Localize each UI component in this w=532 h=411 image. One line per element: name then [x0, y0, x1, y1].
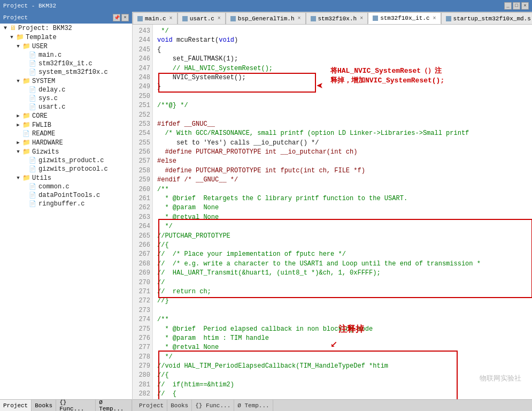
sidebar-tabs[interactable]: Project Books {} Func... Ø Temp... — [0, 399, 132, 411]
tree-item-sys-c[interactable]: 📄sys.c — [0, 94, 132, 103]
tab-close-stm32f10x-it-c[interactable]: × — [433, 16, 436, 21]
code-line-245: { — [157, 45, 528, 55]
code-line-267: // /* Place your implementation of fputc… — [157, 250, 528, 259]
line-num-280: 280 — [137, 371, 150, 380]
status-project[interactable]: Project — [136, 400, 167, 411]
tab-main-c[interactable]: main.c × — [133, 12, 178, 24]
line-num-256: 256 — [137, 148, 150, 157]
sidebar-header: Project 📌 × — [0, 12, 132, 24]
code-line-272: //} — [157, 296, 528, 306]
tab-bsp-h[interactable]: bsp_GeneralTim.h × — [226, 12, 306, 24]
sidebar-tree: ▼🖥Project: BKM32▼📁Template▼📁USER📄main.c📄… — [0, 24, 132, 399]
line-num-244: 244 — [137, 36, 150, 45]
minimize-button[interactable]: _ — [504, 2, 512, 10]
tree-item-delay-c[interactable]: 📄delay.c — [0, 86, 132, 94]
tab-close-stm32f10x-h[interactable]: × — [360, 16, 363, 21]
tab-label-usart-c: usart.c — [190, 16, 214, 22]
code-line-243: */ — [157, 27, 528, 36]
main-layout: Project 📌 × ▼🖥Project: BKM32▼📁Template▼📁… — [0, 12, 532, 411]
tree-item-gizwits[interactable]: ▼📁Gizwits — [0, 147, 132, 156]
code-line-247: // HAL_NVIC_SystemReset(); — [157, 64, 528, 73]
code-line-252 — [157, 111, 528, 120]
close-button[interactable]: × — [521, 2, 529, 10]
tabs-bar[interactable]: main.c × usart.c × bsp_GeneralTim.h × st… — [133, 12, 532, 25]
tab-icon-stm32f10x-it-c — [373, 16, 378, 21]
tree-item-core[interactable]: ▶📁CORE — [0, 111, 132, 120]
tab-label-bsp-h: bsp_GeneralTim.h — [238, 16, 295, 22]
code-editor[interactable]: 2432442452462472482492502512522532542552… — [133, 25, 532, 399]
tree-item-fwlib[interactable]: ▶📁FWLIB — [0, 120, 132, 130]
code-line-262: * @param None — [157, 203, 528, 212]
tab-close-usart-c[interactable]: × — [218, 16, 221, 21]
tree-item-gizwits-protocol-c[interactable]: 📄gizwits_protocol.c — [0, 165, 132, 173]
status-temp[interactable]: Ø Temp... — [234, 400, 273, 411]
line-num-250: 250 — [137, 92, 150, 101]
line-num-273: 273 — [137, 306, 150, 315]
tree-item-usart-c[interactable]: 📄usart.c — [0, 103, 132, 111]
tree-item-readme[interactable]: 📄README — [0, 130, 132, 138]
tab-label-stm32f10x-it-c: stm32f10x_it.c — [380, 15, 429, 21]
code-area: main.c × usart.c × bsp_GeneralTim.h × st… — [133, 12, 532, 411]
line-num-259: 259 — [137, 176, 150, 185]
sidebar-tab-project[interactable]: Project — [0, 400, 32, 411]
line-num-278: 278 — [137, 353, 150, 362]
title-bar-left: Project - BKM32 — [3, 3, 56, 9]
tab-close-bsp-h[interactable]: × — [297, 16, 300, 21]
tree-item-common-c[interactable]: 📄common.c — [0, 182, 132, 191]
code-line-254: /* With GCC/RAISONANCE, small printf (op… — [157, 129, 528, 138]
maximize-button[interactable]: □ — [513, 2, 520, 10]
code-content: 2432442452462472482492502512522532542552… — [133, 25, 532, 399]
code-line-248: NVIC_SystemReset(); — [157, 73, 528, 82]
tree-item-user[interactable]: ▼📁USER — [0, 42, 132, 51]
tab-close-main-c[interactable]: × — [169, 16, 173, 21]
tab-icon-stm32f10x-h — [311, 16, 316, 21]
tree-item-system[interactable]: ▼📁SYSTEM — [0, 77, 132, 86]
tree-item-hardware[interactable]: ▶📁HARDWARE — [0, 138, 132, 147]
sidebar-tab-books[interactable]: Books — [32, 400, 56, 411]
line-num-254: 254 — [137, 129, 150, 138]
tree-item-system-stm32f10x-c[interactable]: 📄system_stm32f10x.c — [0, 68, 132, 77]
line-num-251: 251 — [137, 101, 150, 110]
sidebar-tab-func[interactable]: {} Func... — [56, 400, 96, 411]
code-line-270: // — [157, 278, 528, 287]
tree-item-gizwits-product-c[interactable]: 📄gizwits_product.c — [0, 156, 132, 165]
line-num-252: 252 — [137, 111, 150, 120]
code-line-280: //{ — [157, 371, 528, 380]
code-lines[interactable]: */void mcuRestart(void){ set_FAULTMASK(1… — [153, 25, 532, 399]
line-num-266: 266 — [137, 241, 150, 250]
code-line-250 — [157, 92, 528, 101]
tree-item-template[interactable]: ▼📁Template — [0, 33, 132, 42]
line-num-270: 270 — [137, 278, 150, 287]
tree-item-utils[interactable]: ▼📁Utils — [0, 173, 132, 182]
tree-item-datapointtools-c[interactable]: 📄dataPointTools.c — [0, 191, 132, 200]
sidebar-pin-button[interactable]: 📌 — [113, 14, 120, 21]
code-line-261: * @brief Retargets the C library printf … — [157, 194, 528, 203]
tree-item-ringbuffer-c[interactable]: 📄ringbuffer.c — [0, 200, 132, 208]
tree-root[interactable]: ▼🖥Project: BKM32 — [0, 24, 132, 33]
line-num-253: 253 — [137, 120, 150, 129]
tree-item-stm32f10x-it-c[interactable]: 📄stm32f10x_it.c — [0, 59, 132, 68]
tab-usart-c[interactable]: usart.c × — [178, 12, 226, 24]
sidebar-tab-temp[interactable]: Ø Temp... — [96, 400, 132, 411]
tab-stm32f10x-it-c[interactable]: stm32f10x_it.c × — [368, 12, 441, 24]
line-num-276: 276 — [137, 334, 150, 343]
status-books[interactable]: Books — [167, 400, 192, 411]
line-num-262: 262 — [137, 203, 150, 212]
line-num-274: 274 — [137, 315, 150, 324]
tab-stm32f10x-h[interactable]: stm32f10x.h × — [306, 12, 368, 24]
code-line-268: // /* e.g. write a character to the USAR… — [157, 260, 528, 269]
tab-startup[interactable]: startup_stm32f10x_md.s × — [441, 12, 532, 24]
sidebar-close-button[interactable]: × — [121, 14, 129, 21]
tab-icon-usart-c — [182, 16, 188, 21]
tree-item-main-c[interactable]: 📄main.c — [0, 51, 132, 59]
tab-icon-main-c — [137, 16, 143, 21]
status-func[interactable]: {} Func... — [192, 400, 234, 411]
tab-label-startup: startup_stm32f10x_md.s — [453, 16, 531, 22]
tab-label-main-c: main.c — [145, 16, 166, 22]
title-bar-buttons[interactable]: _ □ × — [504, 2, 529, 10]
line-num-257: 257 — [137, 157, 150, 166]
sidebar-title: Project — [3, 14, 28, 21]
line-num-246: 246 — [137, 55, 150, 64]
code-line-278: */ — [157, 353, 528, 362]
tab-label-stm32f10x-h: stm32f10x.h — [318, 16, 357, 22]
